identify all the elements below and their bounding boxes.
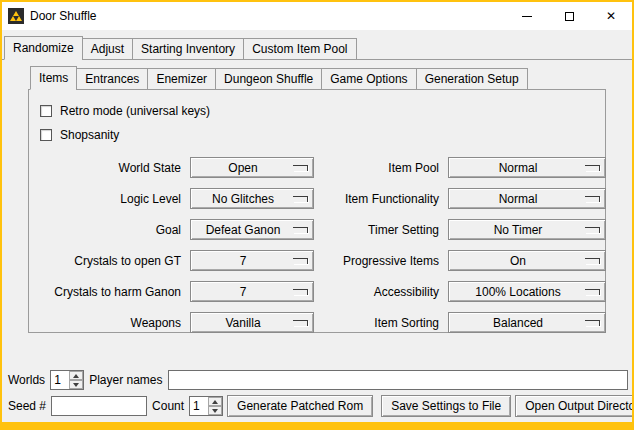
tab-randomize[interactable]: Randomize	[4, 36, 83, 60]
dropdown-indicator-icon	[293, 165, 308, 171]
worlds-row: Worlds Player names	[7, 370, 628, 390]
dropdown-indicator-icon	[585, 165, 600, 171]
tab-entrances[interactable]: Entrances	[76, 68, 148, 90]
close-button[interactable]: ✕	[590, 2, 632, 30]
save-settings-button[interactable]: Save Settings to File	[381, 395, 511, 417]
dropdown-indicator-icon	[585, 320, 600, 326]
open-output-directory-button[interactable]: Open Output Directory	[515, 395, 634, 417]
app-icon	[8, 8, 24, 24]
worlds-down-button[interactable]	[69, 380, 83, 389]
crystals-ganon-dropdown[interactable]: 7	[190, 281, 314, 302]
world-state-value: Open	[228, 161, 257, 175]
bottom-bar: Worlds Player names Seed # Count	[2, 368, 632, 422]
timer-setting-value: No Timer	[494, 223, 543, 237]
tab-items[interactable]: Items	[30, 66, 77, 90]
item-sorting-value: Balanced	[493, 316, 543, 330]
inner-notebook: Items Entrances Enemizer Dungeon Shuffle…	[28, 65, 606, 333]
checkbox-icon[interactable]	[40, 105, 52, 117]
up-arrow-icon	[212, 400, 218, 404]
crystals-gt-dropdown[interactable]: 7	[190, 250, 314, 271]
goal-label: Goal	[37, 223, 183, 237]
world-state-dropdown[interactable]: Open	[190, 157, 314, 178]
timer-setting-dropdown[interactable]: No Timer	[448, 219, 606, 240]
weapons-dropdown[interactable]: Vanilla	[190, 312, 314, 333]
player-names-label: Player names	[88, 373, 163, 387]
checkbox-icon[interactable]	[40, 129, 52, 141]
count-spinner[interactable]	[189, 396, 223, 416]
progressive-items-label: Progressive Items	[321, 254, 441, 268]
worlds-input[interactable]	[51, 371, 69, 389]
tab-custom-item-pool[interactable]: Custom Item Pool	[243, 38, 356, 60]
worlds-label: Worlds	[7, 373, 46, 387]
tab-enemizer[interactable]: Enemizer	[147, 68, 216, 90]
goal-value: Defeat Ganon	[206, 223, 281, 237]
worlds-spin-arrows	[69, 371, 83, 389]
item-sorting-dropdown[interactable]: Balanced	[448, 312, 606, 333]
count-spin-arrows	[208, 397, 222, 415]
dropdown-indicator-icon	[293, 196, 308, 202]
maximize-icon	[565, 12, 574, 21]
maximize-button[interactable]	[548, 2, 590, 30]
crystals-ganon-label: Crystals to harm Ganon	[37, 285, 183, 299]
generate-patched-rom-button[interactable]: Generate Patched Rom	[227, 395, 373, 417]
count-down-button[interactable]	[208, 406, 222, 415]
logic-level-dropdown[interactable]: No Glitches	[190, 188, 314, 209]
tab-generation-setup[interactable]: Generation Setup	[416, 68, 528, 90]
accessibility-dropdown[interactable]: 100% Locations	[448, 281, 606, 302]
randomize-pane: Items Entrances Enemizer Dungeon Shuffle…	[2, 60, 632, 368]
count-up-button[interactable]	[208, 397, 222, 406]
tab-dungeon-shuffle[interactable]: Dungeon Shuffle	[215, 68, 322, 90]
shopsanity-checkbox[interactable]: Shopsanity	[37, 123, 597, 147]
goal-dropdown[interactable]: Defeat Ganon	[190, 219, 314, 240]
count-input[interactable]	[190, 397, 208, 415]
item-functionality-value: Normal	[499, 192, 538, 206]
crystals-ganon-value: 7	[240, 285, 247, 299]
logic-level-value: No Glitches	[212, 192, 274, 206]
crystals-gt-value: 7	[240, 254, 247, 268]
logic-level-label: Logic Level	[37, 192, 183, 206]
dropdown-indicator-icon	[585, 289, 600, 295]
world-state-label: World State	[37, 161, 183, 175]
close-icon: ✕	[606, 10, 616, 22]
minimize-icon	[522, 16, 532, 17]
shopsanity-label: Shopsanity	[60, 128, 119, 142]
count-label: Count	[151, 399, 185, 413]
item-pool-dropdown[interactable]: Normal	[448, 157, 606, 178]
item-functionality-label: Item Functionality	[321, 192, 441, 206]
dropdown-indicator-icon	[585, 196, 600, 202]
player-names-input[interactable]	[168, 370, 629, 390]
tab-adjust[interactable]: Adjust	[82, 38, 133, 60]
minimize-button[interactable]	[506, 2, 548, 30]
dropdown-indicator-icon	[293, 289, 308, 295]
dropdown-indicator-icon	[585, 258, 600, 264]
accessibility-label: Accessibility	[321, 285, 441, 299]
seed-row: Seed # Count Generate Patched Rom Save S…	[7, 395, 628, 417]
seed-label: Seed #	[7, 399, 47, 413]
titlebar: Door Shuffle ✕	[2, 2, 632, 30]
seed-input[interactable]	[51, 396, 147, 416]
item-sorting-label: Item Sorting	[321, 316, 441, 330]
retro-mode-checkbox[interactable]: Retro mode (universal keys)	[37, 99, 597, 123]
outer-tabbar: Randomize Adjust Starting Inventory Cust…	[2, 31, 632, 60]
down-arrow-icon	[212, 409, 218, 413]
weapons-label: Weapons	[37, 316, 183, 330]
window-controls: ✕	[506, 2, 632, 30]
window: Door Shuffle ✕ Randomize Adjust Starting…	[0, 0, 634, 430]
tab-starting-inventory[interactable]: Starting Inventory	[132, 38, 244, 60]
tab-game-options[interactable]: Game Options	[321, 68, 416, 90]
item-functionality-dropdown[interactable]: Normal	[448, 188, 606, 209]
up-arrow-icon	[73, 374, 79, 378]
options-grid: World State Open Item Pool Normal Logic …	[37, 157, 597, 333]
item-pool-label: Item Pool	[321, 161, 441, 175]
worlds-up-button[interactable]	[69, 371, 83, 380]
window-title: Door Shuffle	[30, 9, 97, 23]
timer-setting-label: Timer Setting	[321, 223, 441, 237]
down-arrow-icon	[73, 383, 79, 387]
dropdown-indicator-icon	[293, 227, 308, 233]
retro-mode-label: Retro mode (universal keys)	[60, 104, 210, 118]
dropdown-indicator-icon	[293, 320, 308, 326]
accessibility-value: 100% Locations	[475, 285, 560, 299]
worlds-spinner[interactable]	[50, 370, 84, 390]
progressive-items-dropdown[interactable]: On	[448, 250, 606, 271]
dropdown-indicator-icon	[293, 258, 308, 264]
